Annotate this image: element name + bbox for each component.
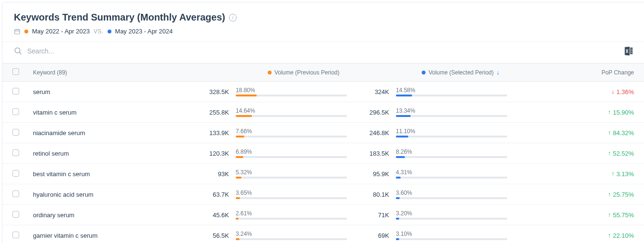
volume-selected-cell: 183.5K8.26% [354,143,514,164]
bar-fill-selected [396,197,400,199]
sort-arrow-down-icon: ↓ [497,69,500,76]
volume-previous-cell: 255.8K14.64% [194,102,354,123]
bar-fill-previous [236,238,240,240]
volume-selected-pct: 4.31% [396,169,507,176]
bar-track [236,177,347,179]
volume-selected-cell: 296.5K13.34% [354,102,514,123]
arrow-up-icon: ↑ [608,129,611,136]
bar-track [236,95,347,96]
toolbar [2,42,644,63]
period-selector[interactable]: May 2022 - Apr 2023 VS. May 2023 - Apr 2… [14,28,634,35]
keyword-cell[interactable]: hyaluronic acid serum [26,184,194,205]
search-input[interactable] [27,47,171,55]
arrow-up-icon: ↑ [608,211,611,218]
legend-dot-blue [422,71,426,74]
svg-line-5 [20,53,22,54]
column-header-keyword[interactable]: Keyword (89) [26,63,194,82]
bar-track [396,238,507,240]
volume-selected-cell: 324K14.58% [354,82,514,102]
legend-dot-orange [268,71,272,74]
bar-track [396,95,507,96]
volume-selected-value: 246.8K [360,129,389,137]
export-excel-icon[interactable] [623,46,634,56]
pop-change-value: 25.75% [613,191,634,198]
column-header-volume-previous[interactable]: Volume (Previous Period) [194,63,354,82]
arrow-up-icon: ↑ [611,170,615,177]
vs-label: VS. [94,28,104,35]
bar-track [396,156,507,158]
row-checkbox[interactable] [12,232,19,238]
volume-previous-pct: 14.64% [236,107,347,114]
select-all-checkbox[interactable] [12,68,19,75]
table-row: retinol serum120.3K6.89%183.5K8.26%↑52.5… [2,143,644,164]
keyword-cell[interactable]: best vitamin c serum [26,164,194,184]
bar-fill-previous [236,197,240,199]
arrow-up-icon: ↑ [608,232,611,239]
volume-selected-value: 95.9K [360,170,389,178]
volume-previous-pct: 3.24% [236,231,347,237]
bar-track [396,197,507,199]
keywords-trend-panel: Keywords Trend Summary (Monthly Averages… [2,2,644,243]
volume-selected-value: 183.5K [360,150,389,157]
table-row: ordinary serum45.6K2.61%71K3.20%↑55.75% [2,205,644,225]
volume-selected-pct: 8.26% [396,148,507,155]
keyword-cell[interactable]: niacinamide serum [26,123,194,143]
volume-selected-pct: 3.60% [396,190,507,196]
calendar-icon [14,28,21,35]
keyword-cell[interactable]: garnier vitamin c serum [26,225,194,243]
volume-previous-cell: 133.9K7.66% [194,123,354,143]
row-checkbox[interactable] [12,88,19,95]
column-header-volume-selected[interactable]: Volume (Selected Period) ↓ [354,63,514,82]
column-header-pop-change[interactable]: PoP Change [514,63,644,82]
volume-previous-value: 120.3K [200,150,229,157]
table-row: best vitamin c serum93K5.32%95.9K4.31%↑3… [2,164,644,184]
volume-previous-value: 63.7K [200,191,229,198]
bar-fill-selected [396,136,408,137]
pop-change-cell: ↑22.10% [514,225,644,243]
volume-selected-value: 71K [360,211,389,219]
pop-change-cell: ↑55.75% [514,205,644,225]
table-row: garnier vitamin c serum56.5K3.24%69K3.10… [2,225,644,243]
row-checkbox[interactable] [12,129,19,136]
bar-fill-selected [396,177,401,179]
keyword-cell[interactable]: retinol serum [26,143,194,164]
pop-change-value: 52.52% [613,150,634,157]
row-checkbox[interactable] [12,149,19,156]
volume-previous-value: 56.5K [200,232,229,239]
period-selected-label: May 2023 - Apr 2024 [115,28,173,35]
bar-fill-selected [396,156,405,158]
info-icon[interactable]: i [229,14,237,21]
pop-change-cell: ↑84.32% [514,123,644,143]
svg-rect-9 [630,53,633,54]
bar-track [236,156,347,158]
volume-previous-cell: 45.6K2.61% [194,205,354,225]
row-checkbox[interactable] [12,170,19,177]
svg-point-4 [15,48,20,53]
svg-rect-7 [630,49,633,51]
pop-change-value: 3.13% [616,170,634,178]
volume-selected-value: 324K [360,88,389,95]
keyword-cell[interactable]: serum [26,82,194,102]
volume-previous-pct: 5.32% [236,169,347,176]
volume-selected-value: 69K [360,232,389,239]
arrow-up-icon: ↑ [608,190,611,198]
row-checkbox[interactable] [12,190,19,197]
bar-fill-previous [236,177,241,179]
keyword-cell[interactable]: ordinary serum [26,205,194,225]
row-checkbox[interactable] [12,108,19,115]
arrow-up-icon: ↑ [608,108,611,116]
keywords-table: Keyword (89) Volume (Previous Period) Vo… [2,63,644,243]
pop-change-cell: ↑25.75% [514,184,644,205]
volume-selected-pct: 11.10% [396,128,507,135]
volume-previous-cell: 328.5K18.80% [194,82,354,102]
bar-track [396,115,507,117]
row-checkbox[interactable] [12,211,19,218]
volume-previous-value: 133.9K [200,129,229,137]
pop-change-value: 1.36% [616,88,634,95]
keyword-cell[interactable]: vitamin c serum [26,102,194,123]
bar-track [236,197,347,199]
pop-change-value: 15.90% [613,109,634,116]
table-row: vitamin c serum255.8K14.64%296.5K13.34%↑… [2,102,644,123]
search-box [14,47,623,55]
volume-selected-pct: 13.34% [396,107,507,114]
